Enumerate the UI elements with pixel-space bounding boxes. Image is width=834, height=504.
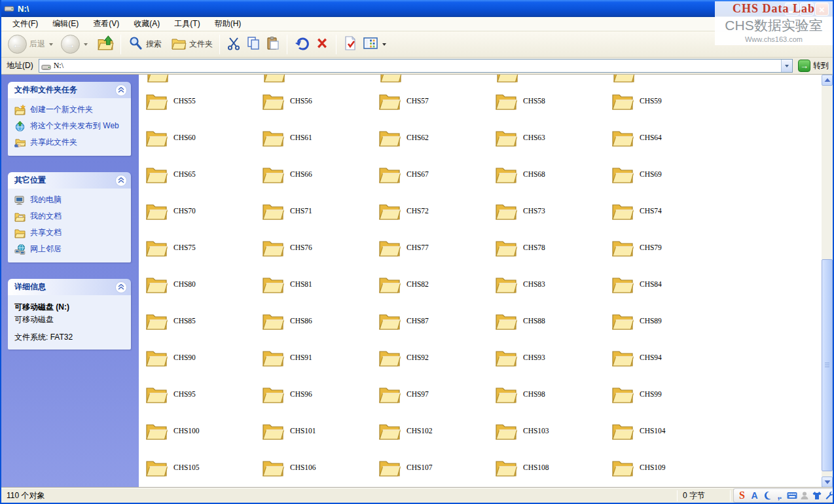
folder-item[interactable]: CHS79 (611, 236, 724, 259)
folder-item[interactable]: CHS62 (378, 126, 491, 149)
folder-item[interactable]: CHS99 (611, 382, 724, 406)
folder-item[interactable]: CHS86 (262, 309, 374, 333)
folder-icon[interactable] (380, 75, 402, 83)
folder-item[interactable]: CHS74 (611, 199, 724, 223)
back-button[interactable]: ← 后退 (5, 33, 56, 55)
folder-item[interactable]: CHS100 (145, 419, 258, 442)
forward-button[interactable]: → (58, 33, 90, 55)
folder-item[interactable]: CHS85 (145, 309, 258, 333)
task-link[interactable]: 共享文档 (14, 228, 127, 238)
forward-dropdown-icon[interactable] (84, 43, 88, 46)
folder-item[interactable]: CHS103 (495, 419, 607, 442)
folder-item[interactable]: CHS77 (378, 236, 491, 259)
folder-item[interactable]: CHS96 (262, 382, 374, 406)
folder-item[interactable]: CHS67 (378, 162, 491, 186)
folder-icon[interactable] (263, 75, 285, 83)
folder-item[interactable]: CHS88 (495, 309, 607, 333)
cut-button[interactable] (224, 35, 244, 54)
menu-item[interactable]: 文件(F) (5, 16, 45, 31)
search-button[interactable]: 搜索 (125, 34, 164, 55)
folder-icon[interactable] (613, 75, 635, 83)
menu-item[interactable]: 帮助(H) (208, 16, 249, 31)
folder-item[interactable]: CHS106 (262, 456, 374, 479)
collapse-chevron-icon[interactable] (115, 175, 127, 187)
up-button[interactable] (94, 33, 117, 56)
folder-icon[interactable] (496, 75, 518, 83)
folder-item[interactable]: CHS68 (495, 162, 607, 186)
menu-item[interactable]: 查看(V) (86, 16, 126, 31)
folder-item[interactable]: CHS64 (611, 126, 724, 149)
fullwidth-moon-icon[interactable] (761, 490, 772, 501)
folders-button[interactable]: 文件夹 (168, 34, 215, 55)
folder-item[interactable]: CHS98 (495, 382, 607, 406)
folder-item[interactable]: CHS95 (145, 382, 258, 406)
scroll-down-button[interactable] (822, 477, 833, 488)
address-input[interactable]: N:\ (39, 59, 793, 73)
soft-keyboard-icon[interactable] (786, 490, 797, 501)
punctuation-icon[interactable]: ,. (774, 490, 785, 501)
task-link[interactable]: 网上邻居 (14, 244, 127, 255)
folder-item[interactable]: CHS78 (495, 236, 607, 259)
folder-item[interactable]: CHS65 (145, 162, 258, 186)
folder-item[interactable]: CHS73 (495, 199, 607, 223)
undo-button[interactable] (291, 34, 312, 55)
address-dropdown-button[interactable] (781, 60, 792, 72)
folder-item[interactable]: CHS87 (378, 309, 491, 333)
menu-item[interactable]: 编辑(E) (45, 16, 86, 31)
folder-item[interactable]: CHS75 (145, 236, 258, 259)
folder-item[interactable]: CHS56 (262, 89, 374, 113)
folder-item[interactable]: CHS109 (611, 456, 724, 479)
views-button[interactable] (360, 34, 389, 55)
folder-item[interactable]: CHS91 (262, 346, 374, 369)
folder-icon[interactable] (147, 75, 169, 83)
task-link[interactable]: 共享此文件夹 (14, 137, 127, 148)
folder-item[interactable]: CHS108 (495, 456, 607, 479)
folder-item[interactable]: CHS101 (262, 419, 374, 442)
folder-item[interactable]: CHS61 (262, 126, 374, 149)
menu-item[interactable]: 收藏(A) (126, 16, 167, 31)
file-list[interactable]: CHS55CHS56CHS57CHS58CHS59CHS60CHS61CHS62… (139, 75, 822, 488)
folder-item[interactable]: CHS72 (378, 199, 491, 223)
task-link[interactable]: 我的文档 (14, 211, 127, 222)
settings-wrench-icon[interactable] (824, 490, 833, 501)
skin-tshirt-icon[interactable] (811, 490, 822, 501)
folder-item[interactable]: CHS66 (262, 162, 374, 186)
folder-item[interactable]: CHS93 (495, 346, 607, 369)
folder-item[interactable]: CHS63 (495, 126, 607, 149)
scrollbar-thumb[interactable] (822, 259, 833, 471)
views-dropdown-icon[interactable] (382, 43, 386, 46)
folder-item[interactable]: CHS69 (611, 162, 724, 186)
collapse-chevron-icon[interactable] (115, 281, 127, 293)
folder-item[interactable]: CHS104 (611, 419, 724, 442)
folder-item[interactable]: CHS81 (262, 272, 374, 296)
copy-button[interactable] (244, 35, 263, 54)
folder-item[interactable]: CHS70 (145, 199, 258, 223)
panel-header[interactable]: 文件和文件夹任务 (8, 82, 131, 98)
folder-item[interactable]: CHS80 (145, 272, 258, 296)
folder-item[interactable]: CHS76 (262, 236, 374, 259)
ime-language-bar[interactable]: SA,. (733, 488, 833, 503)
folder-item[interactable]: CHS71 (262, 199, 374, 223)
folder-item[interactable]: CHS57 (378, 89, 491, 113)
task-link[interactable]: 我的电脑 (14, 195, 127, 206)
folder-item[interactable]: CHS60 (145, 126, 258, 149)
folder-item[interactable]: CHS94 (611, 346, 724, 369)
folder-item[interactable]: CHS107 (378, 456, 491, 479)
folder-item[interactable]: CHS97 (378, 382, 491, 406)
folder-item[interactable]: CHS55 (145, 89, 258, 113)
folder-item[interactable]: CHS84 (611, 272, 724, 296)
skin-person-icon[interactable] (799, 490, 810, 501)
go-button[interactable]: → 转到 (798, 60, 829, 72)
panel-header[interactable]: 详细信息 (8, 279, 131, 295)
task-link[interactable]: 创建一个新文件夹 (14, 105, 127, 115)
folder-item[interactable]: CHS89 (611, 309, 724, 333)
delete-button[interactable] (312, 35, 332, 54)
folder-item[interactable]: CHS92 (378, 346, 491, 369)
panel-header[interactable]: 其它位置 (8, 172, 131, 189)
folder-item[interactable]: CHS59 (611, 89, 724, 113)
scan-button[interactable] (340, 35, 360, 54)
sogou-logo-icon[interactable]: S (736, 490, 748, 501)
scroll-up-button[interactable] (822, 75, 833, 86)
folder-item[interactable]: CHS105 (145, 456, 258, 479)
english-toggle-icon[interactable]: A (749, 490, 760, 501)
